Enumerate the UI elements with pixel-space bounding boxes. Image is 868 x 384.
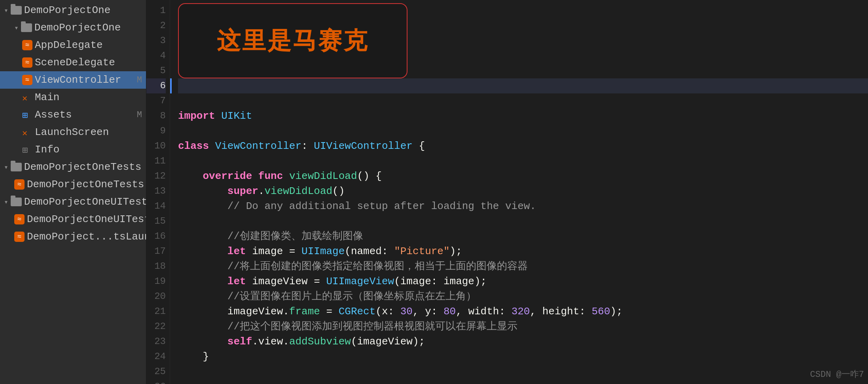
code-line-11	[178, 154, 868, 169]
sidebar-item-main-label: Main	[35, 91, 59, 103]
line-num-10: 10	[146, 139, 166, 154]
line-num-11: 11	[146, 154, 166, 169]
code-line-10: class ViewController : UIViewController …	[178, 139, 868, 154]
swift-icon	[22, 40, 32, 50]
chevron-icon	[4, 163, 8, 171]
code-line-26	[178, 379, 868, 384]
type-cgrect: CGRect	[339, 304, 376, 319]
swift-icon	[22, 75, 32, 85]
code-line-25	[178, 364, 868, 379]
method-viewdidload: viewDidLoad	[289, 169, 357, 184]
code-line-13: super . viewDidLoad ()	[178, 184, 868, 199]
swift-icon	[22, 57, 32, 68]
sidebar: DemoPorjectOne DemoPorjectOne AppDelegat…	[0, 0, 146, 384]
code-line-22: //把这个图像视图添加到视图控制器根视图就可以在屏幕上显示	[178, 319, 868, 334]
type-viewcontroller: ViewController	[215, 139, 301, 154]
num-560: 560	[591, 304, 610, 319]
sidebar-item-appdelegate[interactable]: AppDelegate	[0, 36, 146, 54]
line-num-22: 22	[146, 319, 166, 334]
folder-icon	[21, 23, 32, 32]
folder-icon	[11, 6, 22, 15]
sidebar-item-tests-file-label: DemoPorjectOneTests	[27, 179, 144, 190]
keyword-super: super	[227, 184, 258, 199]
sidebar-item-launchscreen-label: LaunchScreen	[35, 126, 109, 138]
line-num-4: 4	[146, 48, 166, 63]
mosaic-overlay: 这里是马赛克	[178, 3, 407, 78]
code-editor-content[interactable]: 这里是马赛克 import UIKit class	[170, 0, 868, 384]
line-num-26: 26	[146, 379, 166, 384]
line-num-3: 3	[146, 33, 166, 48]
xib-icon	[22, 127, 32, 137]
line-num-25: 25	[146, 364, 166, 379]
sidebar-item-viewcontroller[interactable]: ViewController M	[0, 71, 146, 89]
line-num-18: 18	[146, 259, 166, 274]
keyword-let-19: let	[227, 274, 246, 289]
num-320: 320	[512, 304, 530, 319]
sidebar-item-tests-file[interactable]: DemoPorjectOneTests	[0, 176, 146, 193]
sidebar-item-launchscreen[interactable]: LaunchScreen	[0, 124, 146, 141]
line-num-16: 16	[146, 229, 166, 244]
swift-icon	[14, 214, 25, 224]
sidebar-item-root[interactable]: DemoPorjectOne	[0, 2, 146, 19]
prop-frame: frame	[289, 304, 320, 319]
keyword-func: func	[258, 169, 283, 184]
folder-icon	[11, 198, 22, 206]
line-num-14: 14	[146, 199, 166, 214]
chevron-icon	[14, 23, 19, 32]
sidebar-item-app-group-label: DemoPorjectOne	[34, 22, 121, 34]
sidebar-item-uitests-file[interactable]: DemoPorjectOneUITests	[0, 211, 146, 228]
sidebar-item-info-label: Info	[35, 144, 59, 156]
plist-icon	[22, 144, 32, 155]
sidebar-item-root-label: DemoPorjectOne	[24, 4, 110, 16]
line-numbers: 1 2 3 4 5 6 7 8 9 10 11 12 13 14 15 16 1…	[146, 0, 170, 384]
keyword-let-17: let	[227, 244, 246, 259]
sidebar-item-viewcontroller-label: ViewController	[35, 74, 121, 86]
cursor-indicator	[170, 78, 172, 93]
sidebar-item-app-group[interactable]: DemoPorjectOne	[0, 19, 146, 36]
line-num-23: 23	[146, 334, 166, 349]
swift-icon	[14, 179, 25, 190]
line-num-9: 9	[146, 124, 166, 139]
sidebar-item-info[interactable]: Info	[0, 141, 146, 158]
keyword-class: class	[178, 139, 209, 154]
type-uiimage: UIImage	[301, 244, 345, 259]
sidebar-item-tests-group-label: DemoPorjectOneTests	[24, 161, 141, 173]
sidebar-item-main[interactable]: Main	[0, 89, 146, 106]
sidebar-item-uitests-launch[interactable]: DemoPorject...tsLaunchTests	[0, 228, 146, 245]
keyword-override: override	[203, 169, 252, 184]
type-uiviewcontroller: UIViewController	[314, 139, 413, 154]
code-line-17: let image = UIImage (named: "Picture" );	[178, 244, 868, 259]
comment-line16: //创建图像类、加载绘制图像	[227, 229, 363, 244]
comment-line20: //设置图像在图片上的显示（图像坐标原点在左上角）	[227, 289, 476, 304]
code-line-15	[178, 214, 868, 229]
swift-icon	[14, 232, 25, 242]
sidebar-item-scenedelegate[interactable]: SceneDelegate	[0, 54, 146, 71]
keyword-self: self	[227, 334, 252, 349]
code-line-16: //创建图像类、加载绘制图像	[178, 229, 868, 244]
line-num-6: 6	[146, 78, 166, 93]
code-container: 1 2 3 4 5 6 7 8 9 10 11 12 13 14 15 16 1…	[146, 0, 868, 384]
sidebar-item-assets[interactable]: Assets M	[0, 106, 146, 124]
code-editor: 1 2 3 4 5 6 7 8 9 10 11 12 13 14 15 16 1…	[146, 0, 868, 384]
code-line-6	[178, 78, 868, 93]
comment-line22: //把这个图像视图添加到视图控制器根视图就可以在屏幕上显示	[227, 319, 517, 334]
string-picture: "Picture"	[394, 244, 449, 259]
code-line-18: //将上面创建的图像类指定给图像视图，相当于上面的图像的容器	[178, 259, 868, 274]
sidebar-item-appdelegate-label: AppDelegate	[35, 39, 103, 51]
xib-icon	[22, 92, 32, 103]
code-line-20: //设置图像在图片上的显示（图像坐标原点在左上角）	[178, 289, 868, 304]
sidebar-item-uitests-group[interactable]: DemoPorjectOneUITests	[0, 193, 146, 211]
num-30: 30	[400, 304, 413, 319]
line-num-21: 21	[146, 304, 166, 319]
line-num-8: 8	[146, 108, 166, 124]
modified-badge-assets: M	[137, 110, 142, 120]
watermark: CSDN @一咋7	[810, 368, 864, 380]
comment-line18: //将上面创建的图像类指定给图像视图，相当于上面的图像的容器	[227, 259, 528, 274]
code-line-8: import UIKit	[178, 108, 868, 124]
code-line-19: let imageView = UIImageView (image: imag…	[178, 274, 868, 289]
sidebar-item-tests-group[interactable]: DemoPorjectOneTests	[0, 158, 146, 176]
line-num-20: 20	[146, 289, 166, 304]
method-viewdidload-call: viewDidLoad	[264, 184, 332, 199]
code-line-12: override func viewDidLoad () {	[178, 169, 868, 184]
code-line-24: }	[178, 349, 868, 364]
